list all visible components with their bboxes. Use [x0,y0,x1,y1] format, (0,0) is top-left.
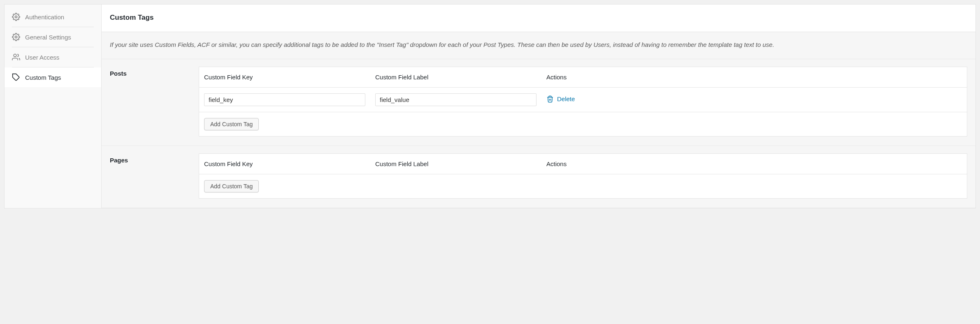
add-row: Add Custom Tag [199,174,967,198]
sidebar: Authentication General Settings User Acc… [5,5,102,208]
sidebar-item-label: Authentication [25,14,64,21]
settings-panel: Authentication General Settings User Acc… [4,4,976,208]
sidebar-item-authentication[interactable]: Authentication [5,7,101,27]
column-header-label: Custom Field Label [370,154,541,174]
table-header-row: Custom Field Key Custom Field Label Acti… [199,154,967,174]
table-header-row: Custom Field Key Custom Field Label Acti… [199,67,967,88]
section-posts-label: Posts [110,67,199,137]
users-icon [12,53,20,61]
sidebar-item-label: User Access [25,54,59,61]
main-content: Custom Tags If your site uses Custom Fie… [102,5,975,208]
section-pages: Pages Custom Field Key Custom Field Labe… [102,146,975,208]
column-header-actions: Actions [541,154,967,174]
svg-point-0 [15,16,17,18]
column-header-key: Custom Field Key [199,154,370,174]
svg-point-1 [15,36,17,38]
sidebar-item-user-access[interactable]: User Access [5,47,101,67]
trash-icon [546,95,554,103]
table-row: Delete [199,88,967,112]
add-custom-tag-button[interactable]: Add Custom Tag [204,118,259,130]
pages-table: Custom Field Key Custom Field Label Acti… [199,153,967,199]
page-description: If your site uses Custom Fields, ACF or … [102,32,975,59]
delete-label: Delete [557,95,575,102]
sidebar-item-label: General Settings [25,34,71,41]
column-header-label: Custom Field Label [370,67,541,87]
custom-field-label-input[interactable] [375,93,536,106]
column-header-key: Custom Field Key [199,67,370,87]
tag-icon [12,73,20,81]
sidebar-item-label: Custom Tags [25,74,61,81]
gear-icon [12,33,20,41]
posts-table: Custom Field Key Custom Field Label Acti… [199,67,967,137]
page-header: Custom Tags [102,5,975,32]
add-row: Add Custom Tag [199,112,967,136]
svg-point-2 [14,54,16,57]
custom-field-key-input[interactable] [204,93,365,106]
sidebar-item-custom-tags[interactable]: Custom Tags [5,67,101,87]
column-header-actions: Actions [541,67,967,87]
add-custom-tag-button[interactable]: Add Custom Tag [204,180,259,192]
page-title: Custom Tags [110,14,967,22]
sidebar-item-general-settings[interactable]: General Settings [5,27,101,47]
gear-icon [12,13,20,21]
section-pages-label: Pages [110,153,199,199]
delete-button[interactable]: Delete [546,95,575,103]
section-posts: Posts Custom Field Key Custom Field Labe… [102,59,975,146]
